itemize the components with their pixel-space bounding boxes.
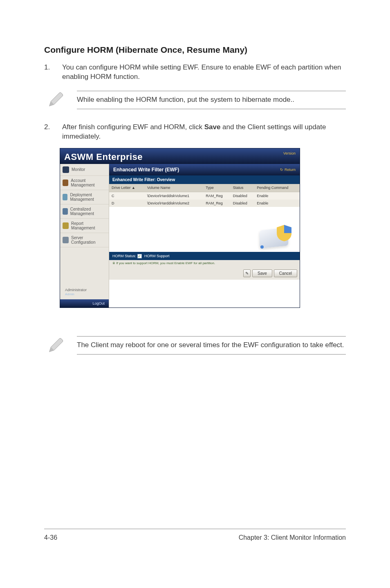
cell-pending: Enable xyxy=(254,200,300,207)
app-header: ASWM Enterprise Version xyxy=(60,148,300,164)
drive-illustration xyxy=(109,207,300,252)
app-title: ASWM Enterprise xyxy=(64,151,143,163)
cell-status: Disabled xyxy=(231,192,255,200)
shield-icon xyxy=(276,224,292,242)
col-volume[interactable]: Volume Name xyxy=(145,184,203,192)
cell-volume: \Device\HarddiskVolume2 xyxy=(145,200,203,207)
edit-button[interactable]: ✎ xyxy=(243,269,251,278)
cell-drive: C xyxy=(109,192,145,200)
version-link[interactable]: Version xyxy=(283,151,296,156)
panel-title: Enhanced Write Filter (EWF) xyxy=(113,166,179,173)
chapter-label: Chapter 3: Client Monitor Information xyxy=(239,533,346,542)
cancel-button[interactable]: Cancel xyxy=(274,269,297,278)
col-status[interactable]: Status xyxy=(231,184,255,192)
admin-sub: Admin xyxy=(65,292,87,297)
cell-type: RAM_Reg xyxy=(203,192,231,200)
logout-link[interactable]: LogOut xyxy=(60,299,109,307)
admin-label: Administrator xyxy=(65,288,87,292)
sidebar-item-label: Server Configuration xyxy=(71,236,106,245)
sidebar-item-label: Deployment Management xyxy=(70,193,106,202)
note-block-2: The Client may reboot for one or several… xyxy=(44,334,346,357)
horm-note: ※ If you want to support HORM, you must … xyxy=(109,260,300,267)
monitor-icon xyxy=(63,166,69,173)
step-text: After finish configuring EWF and HORM, c… xyxy=(62,123,346,141)
account-icon xyxy=(63,180,68,186)
cell-volume: \Device\HarddiskVolume1 xyxy=(145,192,203,200)
cell-status: Disabled xyxy=(231,200,255,207)
app-window: ASWM Enterprise Version Monitor Account … xyxy=(60,148,300,308)
sidebar-item-centralized[interactable]: Centralized Management xyxy=(60,204,109,219)
button-row: ✎ Save Cancel xyxy=(109,267,300,280)
sidebar-admin: Administrator Admin xyxy=(60,285,109,299)
step-text-bold: Save xyxy=(204,123,221,131)
report-icon xyxy=(63,222,69,229)
sidebar-item-account[interactable]: Account Management xyxy=(60,176,109,190)
server-icon xyxy=(63,237,69,243)
step-2: 2. After finish configuring EWF and HORM… xyxy=(44,123,346,141)
horm-status-label: HORM Status: xyxy=(112,254,136,258)
page-footer: 4-36 Chapter 3: Client Monitor Informati… xyxy=(44,529,346,542)
step-text: You can configure HORM while setting EWF… xyxy=(62,63,346,82)
main-panel: Enhanced Write Filter (EWF) ↻Return Enha… xyxy=(109,164,300,307)
note-text: The Client may reboot for one or several… xyxy=(77,337,346,354)
step-1: 1. You can configure HORM while setting … xyxy=(44,63,346,82)
step-number: 1. xyxy=(44,63,52,82)
sidebar-item-label: Monitor xyxy=(72,167,85,172)
cell-drive: D xyxy=(109,200,145,207)
return-button[interactable]: ↻Return xyxy=(280,167,296,172)
save-button[interactable]: Save xyxy=(252,269,272,278)
sidebar-item-label: Centralized Management xyxy=(70,207,106,216)
edit-icon: ✎ xyxy=(245,271,249,276)
ewf-table: Drive Letter ▲ Volume Name Type Status P… xyxy=(109,184,300,206)
horm-support-label: HORM Support xyxy=(144,254,170,258)
overview-title: Enhanced Write Filter: Overview xyxy=(109,175,300,184)
sidebar-item-label: Account Management xyxy=(71,178,106,187)
sidebar-item-server[interactable]: Server Configuration xyxy=(60,233,109,247)
centralized-icon xyxy=(63,208,68,215)
sidebar-item-label: Report Management xyxy=(71,221,106,230)
note-block-1: While enabling the HORM function, put th… xyxy=(44,88,346,111)
sidebar-item-deployment[interactable]: Deployment Management xyxy=(60,190,109,204)
pencil-icon xyxy=(44,334,67,357)
col-pending[interactable]: Pending Command xyxy=(254,184,300,192)
status-dot-icon xyxy=(260,245,264,249)
sidebar: Monitor Account Management Deployment Ma… xyxy=(60,164,109,307)
col-type[interactable]: Type xyxy=(203,184,231,192)
page-number: 4-36 xyxy=(44,533,57,542)
sidebar-item-monitor[interactable]: Monitor xyxy=(60,164,109,176)
note-text: While enabling the HORM function, put th… xyxy=(77,91,346,109)
cell-type: RAM_Reg xyxy=(203,200,231,207)
cell-pending: Enable xyxy=(254,192,300,200)
horm-checkbox[interactable] xyxy=(137,254,142,258)
refresh-icon: ↻ xyxy=(280,167,283,172)
step-text-before: After finish configuring EWF and HORM, c… xyxy=(62,123,204,131)
pencil-icon xyxy=(44,88,67,111)
col-drive[interactable]: Drive Letter ▲ xyxy=(109,184,145,192)
deployment-icon xyxy=(63,194,67,200)
table-row[interactable]: D \Device\HarddiskVolume2 RAM_Reg Disabl… xyxy=(109,200,300,207)
sidebar-item-report[interactable]: Report Management xyxy=(60,219,109,233)
table-row[interactable]: C \Device\HarddiskVolume1 RAM_Reg Disabl… xyxy=(109,192,300,200)
horm-status-bar: HORM Status: HORM Support xyxy=(109,252,300,260)
section-title: Configure HORM (Hibernate Once, Resume M… xyxy=(44,44,346,56)
step-number: 2. xyxy=(44,123,52,141)
